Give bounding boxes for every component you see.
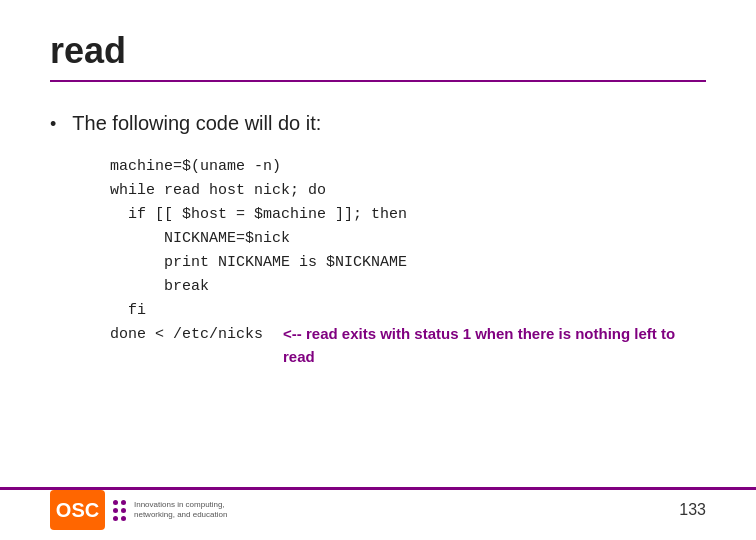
code-line-4: NICKNAME=$nick xyxy=(110,227,706,251)
logo-dot-row-3 xyxy=(113,516,126,521)
code-line-7: fi xyxy=(110,299,706,323)
logo-dot-3 xyxy=(113,508,118,513)
logo-text: OSC xyxy=(56,499,99,522)
logo-area: OSC Innovations in computing,networking,… xyxy=(50,490,227,530)
code-text-2: while read host nick; do xyxy=(110,179,326,203)
code-line-3: if [[ $host = $machine ]]; then xyxy=(110,203,706,227)
bullet-dot: • xyxy=(50,114,56,135)
code-block: machine=$(uname -n) while read host nick… xyxy=(110,155,706,368)
code-line-2: while read host nick; do xyxy=(110,179,706,203)
code-text-4: NICKNAME=$nick xyxy=(110,227,290,251)
code-text-7: fi xyxy=(110,299,146,323)
logo-dot-4 xyxy=(121,508,126,513)
code-line-5: print NICKNAME is $NICKNAME xyxy=(110,251,706,275)
page-title: read xyxy=(50,30,126,71)
comment-text: <-- read exits with status 1 when there … xyxy=(283,323,706,368)
bullet-section: • The following code will do it: xyxy=(50,112,706,135)
code-text-1: machine=$(uname -n) xyxy=(110,155,281,179)
done-line: done < /etc/nicks <-- read exits with st… xyxy=(110,323,706,368)
logo-box: OSC xyxy=(50,490,105,530)
done-code: done < /etc/nicks xyxy=(110,323,263,347)
logo-sub-text: Innovations in computing,networking, and… xyxy=(134,500,227,521)
code-text-6: break xyxy=(110,275,209,299)
logo-dot-2 xyxy=(121,500,126,505)
logo-dots-area xyxy=(113,500,126,521)
logo-dot-5 xyxy=(113,516,118,521)
logo-dot-row-2 xyxy=(113,508,126,513)
code-line-1: machine=$(uname -n) xyxy=(110,155,706,179)
code-text-3: if [[ $host = $machine ]]; then xyxy=(110,203,407,227)
logo-dot-6 xyxy=(121,516,126,521)
logo-dot-row-1 xyxy=(113,500,126,505)
bullet-text: The following code will do it: xyxy=(72,112,321,135)
code-line-6: break xyxy=(110,275,706,299)
footer: OSC Innovations in computing,networking,… xyxy=(50,490,706,530)
code-text-5: print NICKNAME is $NICKNAME xyxy=(110,251,407,275)
logo-dot-1 xyxy=(113,500,118,505)
page-container: read • The following code will do it: ma… xyxy=(0,0,756,540)
page-number: 133 xyxy=(679,501,706,519)
title-section: read xyxy=(50,30,706,82)
